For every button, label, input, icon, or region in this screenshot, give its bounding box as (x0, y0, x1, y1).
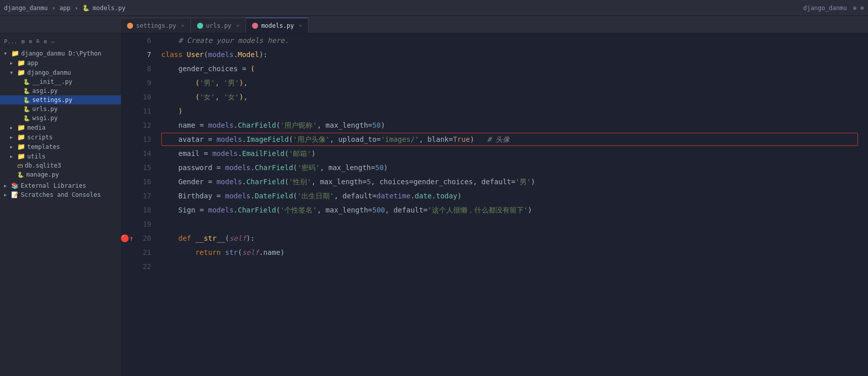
tab-urls-label: urls.py (206, 22, 232, 29)
sidebar-item-django-danmu[interactable]: ▼ 📁 django_danmu (0, 68, 121, 77)
ln-13: 13 (135, 132, 151, 146)
folder-icon-root: 📁 (11, 49, 19, 57)
gutter-9 (121, 76, 133, 90)
toolbar-icon-5[interactable]: — (51, 38, 54, 45)
sidebar-item-root[interactable]: ▼ 📁 django_danmu D:\Python (0, 48, 121, 58)
code-line-18: Sign = models.CharField('个性签名', max_leng… (157, 203, 868, 217)
code-line-19 (157, 217, 868, 231)
ln-18: 18 (135, 203, 151, 217)
tab-urls[interactable]: urls.py ✕ (191, 18, 246, 33)
gutter-6 (121, 33, 133, 47)
sidebar-label-media: media (27, 124, 45, 131)
close-models-tab[interactable]: ✕ (299, 23, 302, 28)
sidebar-item-utils[interactable]: ▶ 📁 utils (0, 151, 121, 161)
gutter-19 (121, 217, 133, 231)
folder-icon-app: 📁 (17, 59, 25, 67)
code-line-20: def __str__(self): (157, 231, 868, 245)
folder-icon-templates: 📁 (17, 143, 25, 150)
models-icon (252, 23, 258, 29)
code-line-6: # Create your models here. (157, 33, 868, 47)
code-line-21: return str(self.name) (157, 245, 868, 259)
sidebar-label-root: django_danmu D:\Python (21, 50, 101, 57)
sidebar-item-wsgi[interactable]: 🐍 wsgi.py (0, 114, 121, 123)
urls-icon (197, 23, 203, 29)
code-line-22 (157, 259, 868, 274)
folder-icon-django-danmu: 📁 (17, 69, 25, 76)
gutter-11 (121, 104, 133, 118)
toolbar-icon-1[interactable]: ⊞ (22, 38, 25, 45)
code-line-13: avatar = models.ImageField('用户头像', uploa… (157, 132, 868, 146)
ref-models: models (208, 50, 234, 59)
sidebar-label-templates: templates (27, 143, 60, 150)
kw-class: class (161, 50, 187, 59)
ln-8: 8 (135, 62, 151, 76)
tab-models[interactable]: models.py ✕ (246, 18, 308, 33)
ln-15: 15 (135, 160, 151, 175)
gutter-21 (121, 245, 133, 259)
ln-7: 7 (135, 47, 151, 62)
db-icon: 🗃 (17, 163, 23, 169)
sidebar-item-settings[interactable]: 🐍 settings.py (0, 95, 121, 104)
settings-icon (127, 23, 133, 29)
toolbar-icon-4[interactable]: ⚙ (43, 38, 47, 45)
close-urls-tab[interactable]: ✕ (236, 23, 239, 28)
sidebar-label-asgi: asgi.py (32, 87, 58, 94)
py-icon-init: 🐍 (23, 79, 30, 85)
editor-area[interactable]: 🔴↑ 6 7 8 9 10 11 12 13 14 15 16 17 18 19 (121, 33, 868, 376)
ln-22: 22 (135, 259, 151, 274)
sidebar-item-urls[interactable]: 🐍 urls.py (0, 104, 121, 114)
chevron-extlib: ▶ (4, 183, 11, 188)
sidebar-item-app[interactable]: ▶ 📁 app (0, 58, 121, 68)
sidebar-label-wsgi: wsgi.py (32, 115, 58, 122)
sidebar-item-manage[interactable]: 🐍 manage.py (0, 170, 121, 179)
window-controls: ⊕ ⊗ (853, 5, 864, 12)
current-file: models.py (93, 5, 126, 12)
ref-model: Model (238, 50, 259, 59)
gutter-8 (121, 62, 133, 76)
code-line-9: ('男', '男'), (157, 76, 868, 90)
toolbar-icon-3[interactable]: ≛ (36, 38, 40, 45)
scratch-icon: 📝 (11, 191, 19, 198)
ln-11: 11 (135, 104, 151, 118)
folder-icon-scripts: 📁 (17, 133, 25, 141)
gutter-18 (121, 203, 133, 217)
tab-models-label: models.py (261, 22, 294, 29)
chevron-templates: ▶ (10, 144, 17, 149)
sidebar-item-scripts[interactable]: ▶ 📁 scripts (0, 132, 121, 142)
breadcrumb: django_danmu › app › 🐍 models.py (4, 5, 126, 12)
main-area: P... ⊞ ≡ ≛ ⚙ — ▼ 📁 django_danmu D:\Pytho… (0, 33, 868, 376)
code-line-8: gender_choices = ( (157, 62, 868, 76)
sidebar-label-init: __init__.py (32, 78, 72, 85)
ln-14: 14 (135, 146, 151, 160)
sidebar-item-db[interactable]: 🗃 db.sqlite3 (0, 161, 121, 170)
ln-19: 19 (135, 217, 151, 231)
sidebar-label-scripts: scripts (27, 134, 53, 141)
sidebar-item-media[interactable]: ▶ 📁 media (0, 123, 121, 132)
sidebar-item-asgi[interactable]: 🐍 asgi.py (0, 86, 121, 95)
code-line-17: Birthday = models.DateField('出生日期', defa… (157, 189, 868, 203)
gutter-15 (121, 160, 133, 175)
tab-settings[interactable]: settings.py ✕ (121, 18, 191, 33)
code-line-16: Gender = models.CharField('性别', max_leng… (157, 175, 868, 189)
gutter-13 (121, 132, 133, 146)
chevron-django-danmu: ▼ (10, 70, 17, 75)
toolbar-icon-2[interactable]: ≡ (29, 38, 32, 45)
code-content[interactable]: # Create your models here. class User(mo… (157, 33, 868, 376)
sidebar-label-django-danmu: django_danmu (27, 69, 71, 76)
sidebar-item-scratches[interactable]: ▶ 📝 Scratches and Consoles (0, 190, 121, 199)
chevron-utils: ▶ (10, 154, 17, 159)
ln-16: 16 (135, 175, 151, 189)
ln-6: 6 (135, 33, 151, 47)
code-container: 🔴↑ 6 7 8 9 10 11 12 13 14 15 16 17 18 19 (121, 33, 868, 376)
ln-17: 17 (135, 189, 151, 203)
ln-10: 10 (135, 90, 151, 104)
sidebar-label-urls: urls.py (32, 105, 58, 113)
sidebar-label-manage: manage.py (26, 171, 59, 178)
sidebar-item-init[interactable]: 🐍 __init__.py (0, 77, 121, 86)
debug-arrow-icon: 🔴↑ (121, 234, 134, 242)
sidebar-label-scratch: Scratches and Consoles (21, 191, 101, 198)
ln-9: 9 (135, 76, 151, 90)
sidebar-item-templates[interactable]: ▶ 📁 templates (0, 142, 121, 151)
close-settings-tab[interactable]: ✕ (181, 23, 184, 28)
sidebar-item-external-libs[interactable]: ▶ 📚 External Libraries (0, 181, 121, 190)
